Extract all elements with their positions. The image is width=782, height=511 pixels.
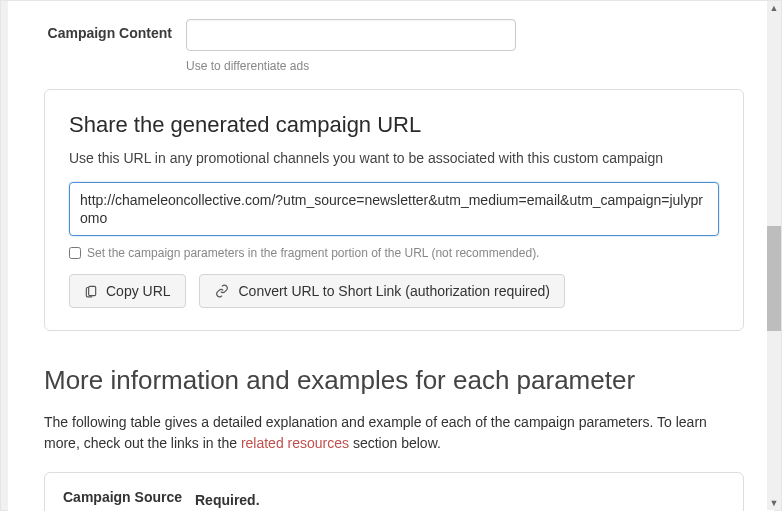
convert-short-link-button[interactable]: Convert URL to Short Link (authorization… bbox=[199, 274, 565, 308]
related-resources-link[interactable]: related resources bbox=[241, 435, 349, 451]
generated-url-field[interactable]: http://chameleoncollective.com/?utm_sour… bbox=[69, 182, 719, 236]
table-row: Campaign Source utm_source Required. Use… bbox=[45, 473, 743, 511]
more-info-heading: More information and examples for each p… bbox=[44, 365, 744, 396]
share-url-title: Share the generated campaign URL bbox=[69, 112, 719, 138]
param-desc-cell: Required. Use utm_source to identify a s… bbox=[195, 489, 725, 511]
param-name-cell: Campaign Source utm_source bbox=[63, 489, 195, 511]
share-url-description: Use this URL in any promotional channels… bbox=[69, 150, 719, 166]
scroll-down-arrow[interactable]: ▼ bbox=[767, 496, 781, 510]
clipboard-icon bbox=[84, 284, 98, 298]
fragment-checkbox-label: Set the campaign parameters in the fragm… bbox=[87, 246, 539, 260]
copy-url-button[interactable]: Copy URL bbox=[69, 274, 186, 308]
convert-short-link-label: Convert URL to Short Link (authorization… bbox=[238, 283, 550, 299]
campaign-content-row: Campaign Content bbox=[8, 1, 774, 51]
parameter-table: Campaign Source utm_source Required. Use… bbox=[44, 472, 744, 511]
share-url-card: Share the generated campaign URL Use thi… bbox=[44, 89, 744, 331]
copy-url-label: Copy URL bbox=[106, 283, 171, 299]
fragment-option-row: Set the campaign parameters in the fragm… bbox=[69, 246, 719, 260]
campaign-content-label: Campaign Content bbox=[8, 19, 186, 41]
more-info-body-suffix: section below. bbox=[349, 435, 441, 451]
param-title: Campaign Source bbox=[63, 489, 195, 505]
campaign-content-input[interactable] bbox=[186, 19, 516, 51]
fragment-checkbox[interactable] bbox=[69, 247, 81, 259]
link-icon bbox=[214, 284, 230, 298]
scroll-up-arrow[interactable]: ▲ bbox=[767, 1, 781, 15]
svg-rect-0 bbox=[89, 287, 96, 296]
more-info-body: The following table gives a detailed exp… bbox=[44, 412, 744, 454]
param-required: Required. bbox=[195, 492, 260, 508]
scrollbar-thumb[interactable] bbox=[767, 226, 781, 331]
campaign-content-help: Use to differentiate ads bbox=[186, 55, 774, 83]
vertical-scrollbar[interactable]: ▲ ▼ bbox=[767, 1, 781, 510]
